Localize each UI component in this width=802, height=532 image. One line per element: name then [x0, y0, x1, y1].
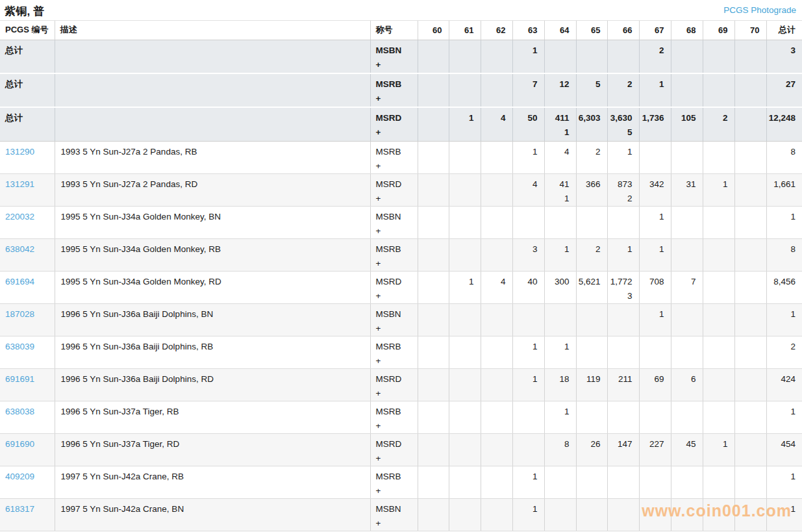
grade-cell-64: 8	[544, 433, 576, 466]
grade-plus-count	[608, 419, 639, 433]
grade-cell-64: 4	[544, 141, 576, 173]
grade-cell-65: 6,303	[576, 107, 607, 141]
grade-plus-count	[671, 516, 703, 531]
grade-cell-63	[512, 433, 544, 466]
grade-plus-count	[577, 92, 607, 106]
grade-count	[577, 207, 607, 224]
pcgs-number-link[interactable]: 638042	[5, 244, 34, 254]
grade-cell-63	[512, 206, 544, 238]
grade-count: 2	[577, 142, 607, 159]
grade-plus-count	[703, 58, 734, 72]
grade-cell-68	[671, 498, 703, 531]
grade-count	[671, 40, 703, 58]
grade-cell-63: 1	[512, 141, 544, 173]
column-header-9: 66	[607, 21, 639, 40]
grade-plus-count	[577, 451, 607, 466]
table-row: 6380421995 5 Yn Sun-J34a Golden Monkey, …	[0, 238, 802, 271]
pcgs-number-link[interactable]: 691690	[5, 439, 34, 449]
total-row: 总计MSRD+145041116,3033,63051,736105212,24…	[0, 107, 802, 141]
grade-plus-count	[481, 484, 512, 498]
table-row: 6380391996 5 Yn Sun-J36a Baiji Dolphins,…	[0, 336, 802, 368]
pcgs-number-line: 总计	[0, 40, 55, 58]
grade-cell-66: 147	[607, 433, 639, 466]
row-total-value: 8,456	[767, 272, 802, 289]
grade-plus-count	[418, 386, 449, 401]
grade-cell-60	[418, 401, 449, 433]
description-text	[55, 40, 370, 58]
table-row: 1870281996 5 Yn Sun-J36a Baiji Dolphins,…	[0, 303, 802, 336]
grade-cell-63	[512, 401, 544, 433]
grade-cell-62	[481, 466, 512, 498]
pcgs-number-link[interactable]: 691694	[5, 277, 34, 286]
grade-count	[608, 466, 639, 484]
pcgs-number-link[interactable]: 691691	[5, 374, 34, 384]
grade-cell-62: 4	[481, 107, 512, 141]
pcgs-number-link[interactable]: 638039	[5, 342, 34, 351]
grade-count	[418, 401, 449, 419]
grade-cell-68	[671, 141, 703, 173]
designation-plus-text: +	[371, 58, 418, 72]
grade-cell-60	[418, 336, 449, 368]
grade-cell-63: 7	[512, 73, 544, 107]
grade-plus-count	[703, 516, 734, 531]
top-bar: 紫铜, 普 PCGS Photograde	[0, 0, 802, 21]
grade-cell-61: 1	[449, 271, 481, 303]
pcgs-number-link[interactable]: 131290	[5, 147, 34, 157]
grade-cell-67	[639, 336, 671, 368]
grade-plus-count	[640, 92, 671, 106]
designation-plus-text: +	[371, 451, 418, 466]
description-text: 1996 5 Yn Sun-J37a Tiger, RD	[55, 434, 370, 451]
grade-cell-70	[734, 141, 766, 173]
grade-cell-61	[449, 336, 481, 368]
grade-plus-count	[545, 354, 576, 368]
pcgs-number-link[interactable]: 131291	[5, 179, 34, 189]
pcgs-number-link[interactable]: 618317	[5, 504, 34, 514]
grade-count	[735, 434, 766, 451]
pcgs-number-cell: 409209	[0, 466, 55, 498]
row-total-value: 1	[767, 499, 802, 516]
grade-cell-70	[734, 238, 766, 271]
table-row: 6916941995 5 Yn Sun-J34a Golden Monkey, …	[0, 271, 802, 303]
designation-cell: MSRD+	[370, 271, 418, 303]
grade-count: 1	[703, 174, 734, 192]
grade-cell-68	[671, 466, 703, 498]
grade-plus-count	[545, 484, 576, 498]
grade-plus-count	[449, 451, 481, 466]
pcgs-number-link[interactable]: 409209	[5, 472, 34, 481]
grade-count	[671, 239, 703, 257]
grade-cell-62	[481, 368, 512, 401]
grade-cell-62	[481, 401, 512, 433]
column-header-4: 61	[449, 21, 481, 40]
grade-count	[703, 74, 734, 92]
grade-plus-count	[735, 289, 766, 303]
grade-cell-62	[481, 303, 512, 336]
grade-cell-61	[449, 73, 481, 107]
description-text: 1995 5 Yn Sun-J34a Golden Monkey, RD	[55, 272, 370, 289]
grade-cell-63: 1	[512, 368, 544, 401]
grade-cell-66: 1,7723	[607, 271, 639, 303]
description-cell: 1993 5 Yn Sun-J27a 2 Pandas, RB	[55, 141, 370, 173]
pcgs-number-link[interactable]: 187028	[5, 309, 34, 319]
pcgs-number-link[interactable]: 638038	[5, 407, 34, 416]
grade-cell-68: 31	[671, 173, 703, 206]
grade-plus-count	[608, 386, 639, 401]
grade-count	[608, 499, 639, 516]
grade-cell-68: 105	[671, 107, 703, 141]
grade-plus-count	[418, 159, 449, 173]
photograde-link[interactable]: PCGS Photograde	[723, 5, 796, 15]
description-cell: 1996 5 Yn Sun-J37a Tiger, RB	[55, 401, 370, 433]
grade-cell-61	[449, 173, 481, 206]
grade-plus-count	[513, 484, 544, 498]
pcgs-number-cell: 187028	[0, 303, 55, 336]
pcgs-number-line: 638039	[0, 336, 55, 354]
grade-cell-64: 18	[544, 368, 576, 401]
pcgs-number-cell: 638038	[0, 401, 55, 433]
grade-count: 119	[577, 369, 607, 386]
pcgs-number-link[interactable]: 220032	[5, 212, 34, 222]
grade-plus-count	[577, 159, 607, 173]
grade-plus-count	[608, 92, 639, 106]
grade-plus-count: 5	[608, 125, 639, 140]
grade-count	[418, 239, 449, 257]
grade-cell-68	[671, 401, 703, 433]
grade-count: 18	[545, 369, 576, 386]
